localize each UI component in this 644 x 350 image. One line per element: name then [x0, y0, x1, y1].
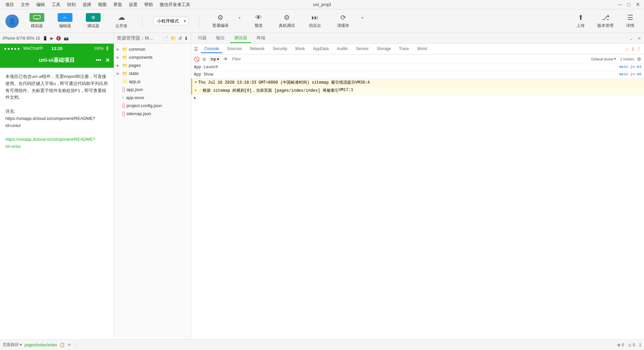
phone-text: 本项目已包含uni ui组件，无需import和注册，可直接使用。在代码区键入字…: [5, 73, 108, 129]
tab-debugger[interactable]: 调试器: [230, 34, 251, 43]
tab-trace[interactable]: Trace: [395, 45, 412, 53]
file-project-config[interactable]: {} project.config.json: [114, 101, 191, 110]
warn-expand-icon[interactable]: ▶: [195, 88, 199, 93]
menu-item-goto[interactable]: 转到: [64, 1, 78, 8]
compile-dropdown[interactable]: ▾: [238, 15, 240, 20]
refresh-icon[interactable]: ↺: [178, 36, 182, 41]
console-filter-input[interactable]: [231, 56, 589, 62]
simulator-button[interactable]: 模拟器: [27, 13, 47, 29]
more-options-icon[interactable]: ⋮: [637, 46, 641, 52]
tab-wxml[interactable]: Wxml: [414, 45, 430, 53]
mode-selector[interactable]: 小程序模式: [153, 17, 189, 25]
toolbar-divider-2: [199, 14, 200, 28]
eye-filter-icon[interactable]: 👁: [223, 56, 228, 62]
file-app-js[interactable]: JS app.js: [114, 77, 191, 85]
tab-appdata[interactable]: AppData: [310, 45, 332, 53]
tab-mock[interactable]: Mock: [292, 45, 308, 53]
debugger-button[interactable]: 调试器: [83, 13, 103, 29]
copy-path-icon[interactable]: 📋: [60, 343, 65, 347]
tab-terminal[interactable]: 终端: [253, 34, 269, 43]
expand-more-icon[interactable]: ▶: [194, 96, 196, 100]
tab-issues[interactable]: 问题: [194, 34, 211, 43]
editor-button[interactable]: </> 编辑器: [55, 13, 75, 29]
menu-item-interface[interactable]: 界面: [111, 1, 125, 8]
group-expand-icon[interactable]: ▼: [195, 81, 197, 84]
close-mini-icon[interactable]: ✕: [105, 57, 110, 63]
editor-icon: </>: [58, 13, 72, 22]
file-app-json[interactable]: {} app.json: [114, 85, 191, 93]
rotate-phone-icon[interactable]: 📱: [43, 36, 48, 41]
json-file-icon: {}: [122, 103, 125, 108]
window-title: uni_proj3: [310, 1, 334, 8]
console-clear-icon[interactable]: ⊘: [202, 56, 206, 62]
tab-network[interactable]: Network: [247, 45, 268, 53]
preview-button[interactable]: 👁 预览: [249, 14, 269, 29]
compile-button[interactable]: ⚙ 普通编译: [210, 13, 230, 29]
console-group-sitemap: ▼ Thu Jul 16 2020 13:18:33 GMT+0800 (中国标…: [191, 79, 644, 87]
clear-cache-dropdown[interactable]: ▾: [361, 15, 363, 20]
close-button[interactable]: ✕: [634, 1, 641, 8]
screenshot-icon[interactable]: 📷: [64, 36, 69, 41]
file-app-wxss[interactable]: ≈ app.wxss: [114, 93, 191, 101]
upload-button[interactable]: ⬆ 上传: [572, 13, 589, 29]
app-show-source[interactable]: main.js:96: [619, 72, 641, 76]
folder-pages-label: pages: [129, 63, 141, 68]
switch-back-button[interactable]: ⏭ 切后台: [305, 14, 325, 29]
devtools-sidebar-icon[interactable]: ☰: [194, 46, 198, 52]
tab-sources[interactable]: Sources: [224, 45, 245, 53]
cloud-button[interactable]: ☁ 云开发: [111, 13, 131, 29]
phone-title-icons: ••• ✕: [96, 57, 110, 63]
menu-item-wechat-dev[interactable]: 微信开发者工具: [157, 1, 193, 8]
menu-item-help[interactable]: 帮助: [142, 1, 156, 8]
devtools-top-tabs: 问题 输出 调试器 终端 ⌄ ✕: [191, 33, 644, 44]
clear-cache-button[interactable]: ⟳ 清缓存: [333, 13, 353, 29]
menu-item-view[interactable]: 视图: [95, 1, 109, 8]
path-more-icon[interactable]: ⋮: [74, 343, 78, 347]
close-devtools-button[interactable]: ✕: [637, 36, 641, 41]
maximize-button[interactable]: □: [626, 1, 632, 8]
folder-pages[interactable]: ▶ 📁 pages: [114, 61, 191, 69]
simulator-icon: [30, 13, 44, 22]
menu-item-file[interactable]: 文件: [18, 1, 32, 8]
console-stop-icon[interactable]: 🚫: [194, 56, 200, 62]
new-folder-icon[interactable]: 📁: [170, 36, 176, 41]
tab-console[interactable]: Console: [201, 45, 222, 53]
menu-item-settings[interactable]: 设置: [126, 1, 140, 8]
file-sitemap-json[interactable]: {} sitemap.json: [114, 110, 191, 118]
sitemap-group-source[interactable]: VM39:4: [355, 80, 370, 85]
folder-components[interactable]: ▶ 📁 components: [114, 53, 191, 61]
console-settings-icon[interactable]: ⚙: [637, 56, 641, 62]
play-icon[interactable]: ▶: [50, 36, 53, 41]
error-indicator: ⊗ 0: [617, 343, 624, 347]
details-button[interactable]: ☰ 详情: [622, 13, 639, 29]
more-icon[interactable]: •••: [96, 57, 101, 63]
menu-item-select[interactable]: 选择: [80, 1, 94, 8]
toolbar: 👤 模拟器 </> 编辑器 调试器 ☁ 云开发 小程序模式 ▾ ⚙ 普通编译 ▾…: [0, 9, 644, 33]
warning-source[interactable]: VM17:1: [339, 88, 353, 92]
folder-static[interactable]: ▶ 📁 static: [114, 69, 191, 77]
minimize-button[interactable]: ─: [616, 1, 623, 8]
collapse-icon[interactable]: ⬇: [184, 36, 188, 41]
phone-time: 13:20: [51, 46, 62, 51]
real-debug-button[interactable]: ⚙ 真机调试: [277, 13, 297, 29]
menu-item-project[interactable]: 项目: [3, 1, 17, 8]
phone-link[interactable]: https://uniapp.dcloud.io/component/READM…: [5, 137, 95, 149]
tab-storage[interactable]: Storage: [373, 45, 394, 53]
expand-panel-icon[interactable]: ⌄: [629, 36, 633, 41]
menu-bar: 项目 文件 编辑 工具 转到 选择 视图 界面 设置 帮助 微信开发者工具 un…: [0, 0, 644, 9]
hidden-count-badge: 2 hidden: [620, 57, 634, 61]
new-file-icon[interactable]: 📄: [163, 36, 168, 41]
menu-item-edit[interactable]: 编辑: [34, 1, 48, 8]
tab-output[interactable]: 输出: [212, 34, 229, 43]
tab-audits[interactable]: Audits: [333, 45, 351, 53]
folder-common[interactable]: ▶ 📁 common: [114, 45, 191, 53]
tab-security[interactable]: Security: [269, 45, 290, 53]
tab-sensor[interactable]: Sensor: [353, 45, 372, 53]
menu-item-tools[interactable]: 工具: [49, 1, 63, 8]
app-launch-source[interactable]: main.js:93: [619, 65, 641, 69]
level-selector[interactable]: Default levels ▾: [591, 57, 616, 61]
mute-icon[interactable]: 🔇: [56, 36, 61, 41]
top-selector[interactable]: top ▾: [209, 56, 221, 62]
version-button[interactable]: ⎇ 版本管理: [597, 13, 614, 29]
path-eye-icon[interactable]: 👁: [67, 343, 71, 347]
